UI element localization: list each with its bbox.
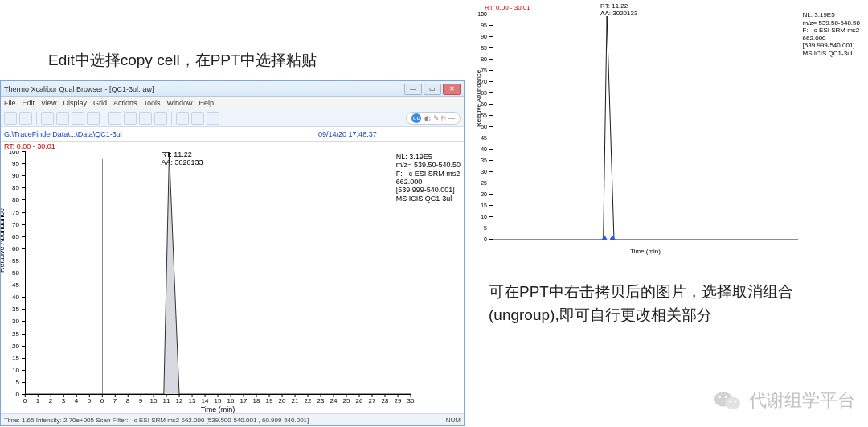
toolbar-button[interactable] — [139, 112, 152, 125]
left-column: Edit中选择copy cell，在PPT中选择粘贴 Thermo Xcalib… — [0, 0, 464, 427]
baidu-icon: du — [411, 113, 421, 123]
rt-range-label: RT: 0.00 - 30.01 — [485, 4, 530, 11]
menu-view[interactable]: View — [41, 99, 56, 107]
search-glyphs: ◐ ✎ ⎘ — — [424, 114, 455, 122]
toolbar-button[interactable] — [191, 112, 204, 125]
trace-info-box: NL: 3.19E5m/z= 539.50-540.50F: - c ESI S… — [803, 11, 860, 58]
toolbar-button[interactable] — [19, 112, 32, 125]
status-right: NUM — [446, 417, 461, 424]
chromatogram-plot[interactable]: Relative Abundance 051015202530354045505… — [1, 151, 464, 413]
toolbar-separator — [36, 112, 37, 125]
toolbar-button[interactable] — [41, 112, 54, 125]
toolbar-button[interactable] — [4, 112, 17, 125]
y-axis-ticks: 0510152025303540455055606570758085909510… — [472, 14, 493, 240]
menu-help[interactable]: Help — [199, 99, 214, 107]
instruction-right-line1: 可在PPT中右击拷贝后的图片，选择取消组合 — [489, 280, 793, 303]
instruction-right-line2: (ungroup),即可自行更改相关部分 — [489, 303, 793, 326]
column-divider — [465, 0, 465, 427]
chromatogram-trace — [493, 14, 798, 240]
status-left: Time: 1.65 Intensity: 2.70e+005 Scan Fil… — [4, 417, 309, 424]
pasted-chart: RT: 0.00 - 30.01 NL: 3.19E5m/z= 539.50-5… — [469, 0, 868, 257]
instruction-left: Edit中选择copy cell，在PPT中选择粘贴 — [48, 50, 317, 71]
toolbar-button[interactable] — [108, 112, 121, 125]
menu-actions[interactable]: Actions — [113, 99, 137, 107]
svg-point-4 — [729, 401, 731, 403]
peak-annotation: RT: 11.22AA: 3020133 — [600, 3, 637, 18]
menu-window[interactable]: Window — [166, 99, 192, 107]
wechat-icon — [714, 389, 741, 412]
svg-point-2 — [719, 396, 721, 398]
toolbar-button[interactable] — [87, 112, 100, 125]
x-axis-label: Time (min) — [493, 248, 798, 255]
file-path: G:\TraceFinderData\...\Data\QC1-3ul — [4, 130, 122, 138]
toolbar-button[interactable] — [56, 112, 69, 125]
status-bar: Time: 1.65 Intensity: 2.70e+005 Scan Fil… — [1, 413, 464, 425]
menu-tools[interactable]: Tools — [143, 99, 160, 107]
toolbar: du ◐ ✎ ⎘ — — [1, 109, 464, 127]
toolbar-button[interactable] — [176, 112, 189, 125]
window-controls: — ▭ ✕ — [404, 84, 461, 95]
search-box[interactable]: du ◐ ✎ ⎘ — — [406, 112, 461, 125]
qual-browser-window: Thermo Xcalibur Qual Browser - [QC1-3ul.… — [0, 80, 465, 426]
menu-bar: File Edit View Display Grid Actions Tool… — [1, 97, 464, 109]
toolbar-separator — [104, 112, 104, 125]
close-button[interactable]: ✕ — [443, 84, 461, 95]
instruction-right: 可在PPT中右击拷贝后的图片，选择取消组合 (ungroup),即可自行更改相关… — [489, 280, 793, 327]
toolbar-separator — [171, 112, 172, 125]
svg-point-1 — [725, 397, 740, 409]
chromatogram-trace — [25, 151, 411, 394]
menu-display[interactable]: Display — [63, 99, 87, 107]
menu-edit[interactable]: Edit — [23, 99, 35, 107]
plot-axes: 0510152025303540455055606570758085909510… — [493, 14, 798, 240]
peak-annotation: RT: 11.22AA: 3020133 — [162, 151, 203, 167]
y-axis-ticks: 0510152025303540455055606570758085909510… — [1, 151, 25, 394]
menu-file[interactable]: File — [4, 99, 16, 107]
rt-range-label: RT: 0.00 - 30.01 — [1, 142, 464, 151]
window-title: Thermo Xcalibur Qual Browser - [QC1-3ul.… — [4, 85, 154, 93]
toolbar-button[interactable] — [124, 112, 137, 125]
file-info-bar: G:\TraceFinderData\...\Data\QC1-3ul 09/1… — [1, 127, 464, 142]
minimize-button[interactable]: — — [404, 84, 422, 95]
svg-point-3 — [725, 396, 727, 398]
right-column: RT: 0.00 - 30.01 NL: 3.19E5m/z= 539.50-5… — [469, 0, 868, 427]
file-timestamp: 09/14/20 17:48:37 — [318, 130, 377, 138]
menu-grid[interactable]: Grid — [93, 99, 107, 107]
window-titlebar[interactable]: Thermo Xcalibur Qual Browser - [QC1-3ul.… — [1, 81, 464, 97]
watermark: 代谢组学平台 — [714, 388, 855, 413]
trace-info-box: NL: 3.19E5m/z= 539.50-540.50F: - c ESI S… — [396, 153, 461, 203]
toolbar-button[interactable] — [207, 112, 219, 125]
toolbar-button[interactable] — [72, 112, 84, 125]
watermark-text: 代谢组学平台 — [749, 388, 855, 413]
svg-point-5 — [735, 401, 736, 403]
toolbar-button[interactable] — [154, 112, 167, 125]
maximize-button[interactable]: ▭ — [424, 84, 441, 95]
x-axis-label: Time (min) — [25, 405, 411, 413]
